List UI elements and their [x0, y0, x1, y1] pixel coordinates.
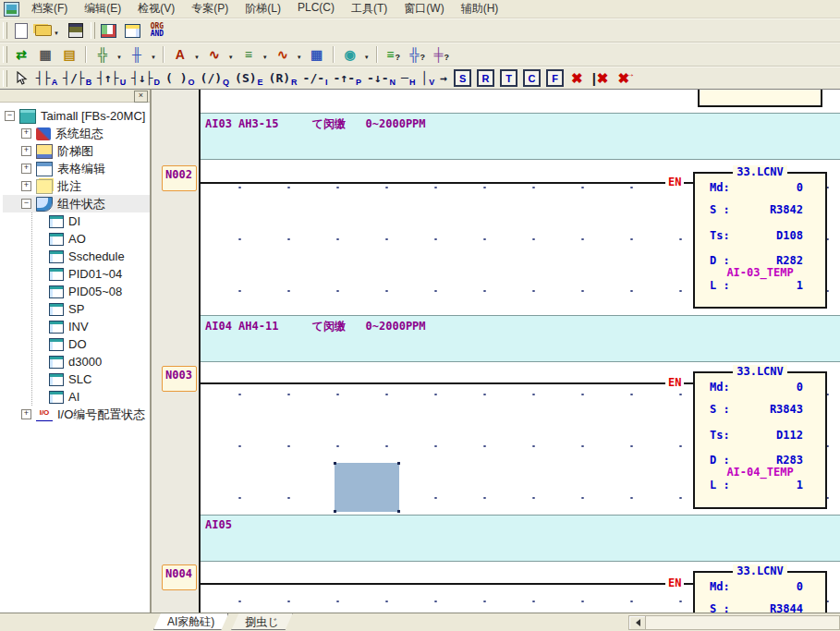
comment-row-ai04[interactable]: AI04 AH4-11 て闵缴 0~2000PPM — [199, 315, 840, 362]
ladder-element-button[interactable]: -↓-N — [364, 68, 398, 89]
open-file-button[interactable]: ▼ — [33, 20, 64, 41]
status-table-item[interactable]: DI — [32, 212, 150, 230]
param-value[interactable]: R283 — [776, 454, 803, 467]
status-page-button[interactable]: ∿ — [202, 44, 226, 65]
status-table-item[interactable]: PID01~04 — [32, 265, 150, 283]
menu-item[interactable]: 辅助(H) — [453, 0, 507, 18]
ladder-element-button[interactable]: (S)E — [232, 68, 266, 89]
io-convert-button[interactable]: ⇄ — [9, 44, 33, 65]
param-value[interactable]: 0 — [797, 181, 803, 194]
menu-item[interactable]: 窗口(W) — [396, 0, 452, 18]
status-table-item[interactable]: Sschedule — [32, 248, 150, 265]
ladder-table-button[interactable] — [121, 20, 145, 41]
dropdown-arrow-icon[interactable]: ▼ — [297, 55, 302, 60]
collapse-toggle[interactable]: − — [21, 199, 31, 209]
edit-register-button[interactable]: A — [168, 44, 192, 65]
function-letter-button[interactable]: F — [546, 69, 564, 87]
rom-pack-button[interactable]: ▦ — [33, 44, 57, 65]
status-table-item[interactable]: INV — [32, 318, 150, 335]
menu-item[interactable]: PLC(C) — [289, 0, 343, 18]
menu-item[interactable]: 阶梯(L) — [237, 0, 289, 18]
delete-element-button[interactable]: ✖ — [571, 70, 583, 87]
ladder-element-button[interactable]: ( )O — [163, 68, 198, 89]
expand-toggle[interactable]: + — [21, 409, 31, 419]
dropdown-arrow-icon[interactable]: ▼ — [54, 30, 59, 36]
expand-toggle[interactable]: + — [21, 146, 31, 156]
network-label-n002[interactable]: N002 — [162, 165, 197, 191]
status-table-item[interactable]: SLC — [32, 370, 150, 388]
ladder-element-button[interactable]: ┤/├B — [60, 68, 94, 89]
status-table-item[interactable]: PID05~08 — [32, 283, 150, 300]
tree-item-table-edit[interactable]: + 表格编辑 — [3, 160, 150, 177]
project-window-button[interactable] — [97, 20, 121, 41]
dropdown-arrow-icon[interactable]: ▼ — [262, 55, 268, 60]
ladder-element-button[interactable]: → — [437, 68, 451, 89]
delete-column-button[interactable]: |✖ — [592, 70, 609, 87]
dropdown-arrow-icon[interactable]: ▼ — [194, 55, 200, 60]
expand-toggle[interactable]: + — [21, 164, 31, 174]
query-list-status-button[interactable]: ≡? — [382, 44, 406, 65]
param-value[interactable]: D112 — [776, 429, 803, 442]
function-block-lcnv-2[interactable]: 33.LCNV Md:0 S :R3843 Ts:D112 D :R283 AI… — [693, 371, 827, 509]
new-file-button[interactable] — [9, 20, 33, 41]
expand-toggle[interactable]: + — [21, 181, 31, 191]
tree-item-io-config-status[interactable]: + I/O I/O编号配置状态 — [3, 406, 150, 423]
ladder-element-button[interactable]: ┤├A — [33, 68, 60, 89]
status-table-item[interactable]: SP — [32, 300, 150, 318]
param-value[interactable]: 1 — [797, 279, 803, 292]
status-table-item[interactable]: AO — [32, 230, 150, 248]
network-label-n003[interactable]: N003 — [162, 366, 197, 392]
panel-header[interactable]: × — [0, 90, 150, 103]
menu-item[interactable]: 编辑(E) — [76, 0, 129, 18]
function-letter-button[interactable]: R — [477, 69, 494, 87]
collapse-toggle[interactable]: − — [5, 111, 15, 121]
comment-row-ai05[interactable]: AI05 — [199, 515, 840, 562]
menu-item[interactable]: 检视(V) — [129, 0, 183, 18]
query-network-status-button[interactable]: ╬? — [406, 44, 430, 65]
expand-toggle[interactable]: + — [21, 128, 31, 139]
param-value[interactable]: R3843 — [770, 403, 803, 416]
menu-item[interactable]: 档案(F) — [23, 0, 76, 18]
ladder-element-button[interactable]: (/)Q — [198, 68, 233, 89]
toolbar-grip[interactable] — [3, 46, 7, 63]
close-panel-button[interactable]: × — [134, 91, 148, 103]
function-letter-button[interactable]: S — [454, 69, 471, 87]
ladder-element-button[interactable]: (R)R — [266, 68, 300, 89]
dropdown-arrow-icon[interactable]: ▼ — [364, 55, 370, 60]
function-block-lcnv-1[interactable]: 33.LCNV Md:0 S :R3842 Ts:D108 D :R282 AI… — [693, 172, 827, 309]
param-value[interactable]: R282 — [776, 254, 803, 267]
param-value[interactable]: R3842 — [770, 203, 803, 216]
tree-item-component-status[interactable]: − 组件状态 — [3, 195, 150, 212]
network-label-n004[interactable]: N004 — [162, 564, 197, 590]
tab-main-unit[interactable]: AI家舱砫) — [153, 613, 228, 630]
reference-button[interactable]: ▤ — [57, 44, 81, 65]
param-value[interactable]: 0 — [797, 580, 803, 593]
ladder-element-button[interactable]: ─H — [398, 68, 418, 89]
menu-item[interactable]: 专案(P) — [183, 0, 237, 18]
ladder-element-button[interactable]: ┤↑├U — [94, 68, 128, 89]
status-table-item[interactable]: AI — [32, 388, 150, 406]
tree-item-system-config[interactable]: + 系统组态 — [3, 125, 150, 142]
select-cursor-button[interactable] — [9, 68, 33, 89]
status-table-item[interactable]: DO — [32, 335, 150, 353]
enable-list-button[interactable]: ≡ — [237, 44, 261, 65]
toolbar-grip[interactable] — [3, 70, 7, 87]
status-table-button[interactable]: ▦ — [305, 44, 329, 65]
ladder-element-button[interactable]: │V — [418, 68, 437, 89]
param-value[interactable]: 0 — [797, 381, 803, 394]
menu-item[interactable]: 工具(T) — [343, 0, 396, 18]
function-letter-button[interactable]: T — [500, 69, 517, 87]
ladder-element-button[interactable]: ┤↓├D — [128, 68, 163, 89]
param-value[interactable]: R3844 — [770, 602, 803, 613]
ladder-element-button[interactable]: -↑-P — [331, 68, 365, 89]
delete-row-button[interactable]: ✖→ — [617, 70, 635, 87]
function-letter-button[interactable]: C — [523, 69, 541, 87]
dropdown-arrow-icon[interactable]: ▼ — [116, 55, 122, 60]
save-button[interactable] — [64, 20, 88, 41]
waveform-monitor-button[interactable]: ∿ — [271, 44, 295, 65]
ladder-view-button[interactable]: ╫ — [125, 44, 149, 65]
param-value[interactable]: 1 — [797, 479, 803, 491]
tree-root[interactable]: − Taimall [FBs-20MC] — [3, 107, 150, 125]
project-tree-button[interactable]: ╬ — [91, 44, 115, 65]
function-block-lcnv-3[interactable]: 33.LCNV Md:0 S :R3844 — [693, 571, 827, 613]
